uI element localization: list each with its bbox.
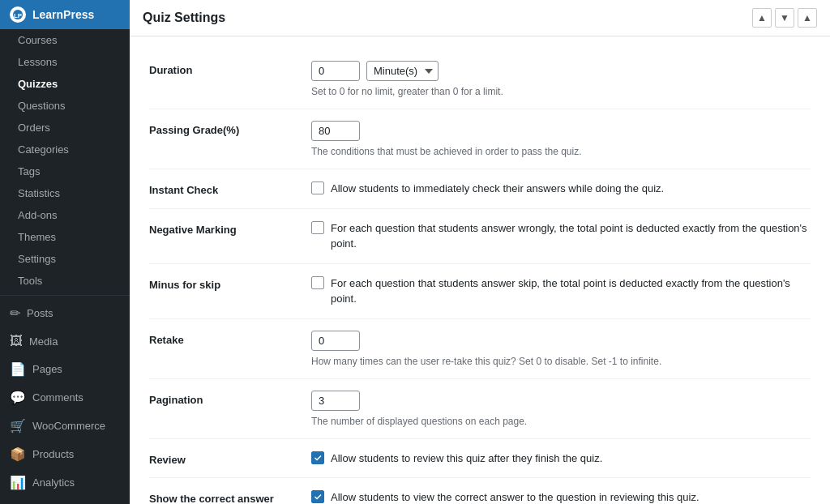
sidebar-item-label-pages: Pages	[32, 363, 62, 375]
svg-text:LP: LP	[14, 12, 23, 19]
setting-label-retake: Retake	[149, 331, 311, 346]
setting-control-review: Allow students to review this quiz after…	[311, 451, 811, 467]
setting-row-minus-for-skip: Minus for skipFor each question that stu…	[149, 264, 811, 319]
sidebar-item-marketing[interactable]: 📣Marketing	[0, 497, 130, 504]
sidebar-item-statistics[interactable]: Statistics	[0, 182, 130, 204]
sidebar-item-lessons[interactable]: Lessons	[0, 51, 130, 73]
posts-icon: ✏	[10, 305, 20, 321]
setting-row-retake: RetakeHow many times can the user re-tak…	[149, 319, 811, 379]
checkbox-label-show-correct-answer: Allow students to view the correct answe…	[331, 489, 700, 504]
scroll-up-button[interactable]: ▲	[752, 8, 772, 28]
brand-logo-icon: LP	[10, 6, 26, 23]
setting-control-instant-check: Allow students to immediately check thei…	[311, 181, 811, 197]
checkbox-instant-check[interactable]	[311, 182, 324, 194]
analytics-icon: 📊	[10, 475, 26, 490]
sidebar-item-label-analytics: Analytics	[32, 476, 75, 489]
page-title: Quiz Settings	[143, 11, 225, 25]
setting-row-instant-check: Instant CheckAllow students to immediate…	[149, 169, 811, 209]
pages-icon: 📄	[10, 361, 26, 377]
sidebar-item-settings[interactable]: Settings	[0, 248, 130, 270]
sidebar-item-quizzes[interactable]: Quizzes	[0, 73, 130, 95]
sidebar-item-media[interactable]: 🖼Media	[0, 327, 130, 355]
setting-label-minus-for-skip: Minus for skip	[149, 275, 311, 291]
setting-control-show-correct-answer: Allow students to view the correct answe…	[311, 489, 811, 504]
sidebar-item-pages[interactable]: 📄Pages	[0, 355, 130, 383]
page-header: Quiz Settings ▲ ▼ ▲	[130, 0, 830, 36]
main-content: Quiz Settings ▲ ▼ ▲ DurationMinute(s)Hou…	[130, 0, 830, 504]
sidebar-divider	[0, 295, 130, 296]
setting-control-passing-grade: The conditions that must be achieved in …	[311, 121, 811, 157]
description-retake: How many times can the user re-take this…	[311, 356, 811, 367]
setting-control-pagination: The number of displayed questions on eac…	[311, 391, 811, 427]
setting-row-review: ReviewAllow students to review this quiz…	[149, 439, 811, 479]
checkbox-label-instant-check: Allow students to immediately check thei…	[331, 181, 664, 197]
sidebar-item-comments[interactable]: 💬Comments	[0, 383, 130, 412]
sidebar-item-label-comments: Comments	[32, 391, 83, 404]
expand-button[interactable]: ▲	[798, 8, 817, 28]
scroll-down-button[interactable]: ▼	[775, 8, 794, 28]
input-duration[interactable]	[311, 61, 360, 81]
input-passing-grade[interactable]	[311, 121, 360, 141]
sidebar-item-courses[interactable]: Courses	[0, 29, 130, 51]
checkbox-label-negative-marking: For each question that students answer w…	[331, 220, 811, 252]
sidebar-item-label-woocommerce: WooCommerce	[32, 420, 105, 432]
setting-control-minus-for-skip: For each question that students answer s…	[311, 275, 811, 307]
sidebar-item-label-media: Media	[29, 335, 58, 348]
setting-row-pagination: PaginationThe number of displayed questi…	[149, 379, 811, 439]
sidebar-item-woocommerce[interactable]: 🛒WooCommerce	[0, 412, 130, 440]
setting-control-retake: How many times can the user re-take this…	[311, 331, 811, 367]
sidebar-item-products[interactable]: 📦Products	[0, 440, 130, 468]
setting-label-instant-check: Instant Check	[149, 181, 311, 196]
checkbox-review[interactable]	[311, 451, 324, 464]
comments-icon: 💬	[10, 390, 26, 405]
sidebar-item-tags[interactable]: Tags	[0, 160, 130, 182]
setting-row-duration: DurationMinute(s)Hour(s)Day(s)Set to 0 f…	[149, 49, 811, 109]
checkbox-negative-marking[interactable]	[311, 221, 324, 234]
sidebar-item-questions[interactable]: Questions	[0, 95, 130, 117]
sidebar-item-orders[interactable]: Orders	[0, 117, 130, 139]
select-duration[interactable]: Minute(s)Hour(s)Day(s)	[366, 61, 439, 81]
setting-row-negative-marking: Negative MarkingFor each question that s…	[149, 209, 811, 264]
sidebar-item-tools[interactable]: Tools	[0, 270, 130, 292]
sidebar: LP LearnPress CoursesLessonsQuizzesQuest…	[0, 0, 130, 504]
learnpress-nav: CoursesLessonsQuizzesQuestionsOrdersCate…	[0, 29, 130, 292]
sidebar-item-themes[interactable]: Themes	[0, 226, 130, 248]
checkbox-minus-for-skip[interactable]	[311, 276, 324, 289]
setting-row-show-correct-answer: Show the correct answerAllow students to…	[149, 478, 811, 504]
sidebar-item-posts[interactable]: ✏Posts	[0, 299, 130, 327]
sidebar-item-categories[interactable]: Categories	[0, 139, 130, 160]
setting-label-pagination: Pagination	[149, 391, 311, 406]
setting-label-review: Review	[149, 451, 311, 466]
products-icon: 📦	[10, 446, 26, 462]
wp-nav: ✏Posts🖼Media📄Pages💬Comments🛒WooCommerce📦…	[0, 299, 130, 504]
setting-control-negative-marking: For each question that students answer w…	[311, 220, 811, 252]
header-controls: ▲ ▼ ▲	[752, 8, 817, 28]
settings-rows: DurationMinute(s)Hour(s)Day(s)Set to 0 f…	[149, 49, 811, 504]
sidebar-item-label-products: Products	[32, 448, 74, 460]
input-pagination[interactable]	[311, 391, 360, 411]
sidebar-header[interactable]: LP LearnPress	[0, 0, 130, 29]
setting-row-passing-grade: Passing Grade(%)The conditions that must…	[149, 109, 811, 169]
checkbox-label-review: Allow students to review this quiz after…	[331, 451, 602, 467]
setting-label-passing-grade: Passing Grade(%)	[149, 121, 311, 136]
checkbox-show-correct-answer[interactable]	[311, 490, 324, 503]
input-retake[interactable]	[311, 331, 360, 351]
setting-label-show-correct-answer: Show the correct answer	[149, 489, 311, 504]
setting-label-negative-marking: Negative Marking	[149, 220, 311, 236]
woocommerce-icon: 🛒	[10, 418, 26, 434]
description-pagination: The number of displayed questions on eac…	[311, 416, 811, 427]
checkbox-label-minus-for-skip: For each question that students answer s…	[331, 275, 811, 307]
sidebar-item-label-posts: Posts	[27, 307, 53, 319]
sidebar-nav: CoursesLessonsQuizzesQuestionsOrdersCate…	[0, 29, 130, 504]
setting-label-duration: Duration	[149, 61, 311, 76]
sidebar-item-add-ons[interactable]: Add-ons	[0, 204, 130, 226]
description-duration: Set to 0 for no limit, greater than 0 fo…	[311, 86, 811, 97]
media-icon: 🖼	[10, 334, 23, 348]
brand-name: LearnPress	[32, 8, 94, 21]
settings-body: DurationMinute(s)Hour(s)Day(s)Set to 0 f…	[130, 36, 830, 504]
setting-control-duration: Minute(s)Hour(s)Day(s)Set to 0 for no li…	[311, 61, 811, 97]
description-passing-grade: The conditions that must be achieved in …	[311, 146, 811, 157]
sidebar-item-analytics[interactable]: 📊Analytics	[0, 468, 130, 497]
